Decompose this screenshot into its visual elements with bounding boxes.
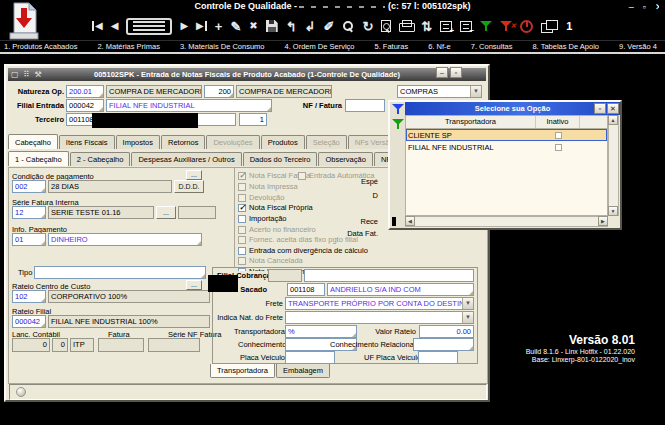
sort-button[interactable]: ⇅ bbox=[421, 20, 432, 33]
chevron-down-icon[interactable]: ▼ bbox=[470, 86, 481, 97]
frete-dropdown[interactable]: TRANSPORTE PRÓPRIO POR CONTA DO DESTINAT… bbox=[285, 297, 474, 310]
tab-retornos[interactable]: Retornos bbox=[161, 135, 205, 149]
natureza-op-code2-field[interactable]: 200 bbox=[204, 85, 234, 98]
tab-itens-fiscais[interactable]: Itens Fiscais bbox=[59, 135, 115, 149]
menu-consultas[interactable]: 7. Consultas bbox=[471, 42, 513, 51]
serie-fatura-code-field[interactable]: 12 bbox=[12, 206, 46, 219]
monitors-icon[interactable] bbox=[541, 20, 558, 33]
indica-nat-frete-label: Indica Nat. do Frete bbox=[216, 313, 283, 322]
scroll-up-icon[interactable]: ▲ bbox=[608, 115, 618, 125]
rateio-cc-ellipsis-button[interactable]: ... bbox=[186, 280, 202, 290]
next-record-button[interactable]: ▶ bbox=[180, 21, 188, 31]
exit-button[interactable] bbox=[520, 20, 533, 33]
subtab-2-cabecalho[interactable]: 2 - Cabeçalho bbox=[70, 152, 131, 166]
tab-cabecalho[interactable]: Cabeçalho bbox=[8, 134, 58, 149]
popup-horizontal-scrollbar[interactable]: ◀ ▶ bbox=[405, 216, 608, 227]
scroll-right-icon[interactable]: ▶ bbox=[598, 216, 608, 226]
filter-green-icon[interactable] bbox=[480, 21, 492, 32]
sacado-desc-field[interactable]: ANDRIELLO S/A IND COM bbox=[327, 283, 474, 296]
valor-rateio-field[interactable]: 0.00 bbox=[419, 325, 474, 338]
filter-clear-icon[interactable]: ✕ bbox=[500, 21, 512, 32]
chevron-down-icon[interactable]: ▼ bbox=[462, 298, 473, 309]
bottom-tab-transportadora[interactable]: Transportadora bbox=[210, 364, 275, 378]
nf-fatura-field[interactable] bbox=[345, 99, 385, 112]
filial-cobranca-desc-field[interactable] bbox=[304, 269, 474, 282]
ddd-button[interactable]: D.D.D. bbox=[174, 180, 204, 193]
brush-button[interactable]: ✐ bbox=[324, 20, 335, 33]
undo-button[interactable]: ↰ bbox=[286, 20, 297, 33]
grupo-compras-value: COMPRAS bbox=[398, 86, 470, 97]
add-row-button[interactable]: + bbox=[440, 21, 452, 32]
popup-close-button[interactable]: ✕ bbox=[607, 103, 619, 114]
info-pagamento-desc-field[interactable]: DINHEIRO bbox=[48, 233, 202, 246]
tab-produtos[interactable]: Produtos bbox=[261, 135, 305, 149]
popup-maximize-button[interactable]: ▫ bbox=[594, 103, 606, 114]
placa-veiculo-field[interactable] bbox=[285, 351, 335, 364]
checkbox-nota-fiscal-propria[interactable]: Nota Fiscal Própria bbox=[238, 203, 313, 212]
list-item-filial-nfe[interactable]: FILIAL NFE INDUSTRIAL bbox=[406, 141, 607, 153]
refresh-button[interactable]: ↻ bbox=[362, 20, 373, 33]
subtab-1-cabecalho[interactable]: 1 - Cabeçalho bbox=[8, 151, 69, 166]
filial-entrada-code-field[interactable]: 000042 bbox=[66, 99, 104, 112]
subtab-dados-terceiro[interactable]: Dados do Terceiro bbox=[243, 152, 318, 166]
form-minimize-button[interactable]: – bbox=[436, 67, 448, 78]
menu-tabelas-apoio[interactable]: 8. Tabelas De Apoio bbox=[532, 42, 599, 51]
natureza-op-code-field[interactable]: 200.01 bbox=[66, 85, 104, 98]
checkbox-divergencia-calculo[interactable]: Entrada com divergência de cálculo bbox=[238, 246, 368, 255]
first-record-button[interactable]: ◀ bbox=[92, 21, 103, 31]
rateio-cc-code-field[interactable]: 102 bbox=[12, 290, 46, 303]
subtab-despesas[interactable]: Despesas Auxiliares / Outros bbox=[131, 152, 241, 166]
popup-col-inativo[interactable]: Inativo bbox=[536, 116, 580, 128]
inativo-checkbox[interactable] bbox=[536, 144, 580, 151]
scroll-left-icon[interactable]: ◀ bbox=[405, 216, 415, 226]
condicao-ellipsis-button[interactable]: ... bbox=[186, 170, 202, 180]
confirm-button[interactable]: ↲ bbox=[305, 20, 316, 33]
menu-produtos-acabados[interactable]: 1. Produtos Acabados bbox=[4, 42, 77, 51]
preview-icon[interactable] bbox=[381, 20, 391, 32]
close-button[interactable]: ✕ bbox=[655, 2, 659, 12]
search-icon[interactable] bbox=[342, 20, 354, 32]
list-item-cliente-sp[interactable]: CLIENTE SP bbox=[406, 129, 607, 141]
maximize-button[interactable]: ▫ bbox=[643, 2, 646, 12]
menu-nfe[interactable]: 6. Nf-e bbox=[428, 42, 451, 51]
print-button[interactable] bbox=[399, 20, 413, 33]
filter-green-icon[interactable] bbox=[392, 119, 404, 130]
chevron-down-icon[interactable]: ▼ bbox=[462, 312, 473, 323]
menu-materiais-consumo[interactable]: 3. Materiais De Consumo bbox=[180, 42, 265, 51]
remove-row-button[interactable]: − bbox=[460, 21, 472, 32]
serie-ellipsis-button[interactable]: ... bbox=[156, 206, 176, 219]
popup-vertical-scrollbar[interactable]: ▲ ▼ bbox=[608, 115, 619, 216]
minimize-button[interactable]: – bbox=[629, 2, 634, 12]
sacado-code-field[interactable]: 001108 bbox=[287, 283, 325, 296]
grupo-compras-dropdown[interactable]: COMPRAS ▼ bbox=[397, 85, 482, 98]
popup-col-transportadora[interactable]: Transportadora bbox=[406, 116, 536, 128]
subtab-observacao[interactable]: Observação bbox=[318, 152, 372, 166]
bottom-tab-embalagem[interactable]: Embalagem bbox=[276, 364, 330, 378]
menu-faturas[interactable]: 5. Faturas bbox=[375, 42, 409, 51]
add-record-button[interactable]: + bbox=[215, 20, 223, 33]
filial-entrada-desc-field[interactable]: FILIAL NFE INDUSTRIAL bbox=[106, 99, 272, 112]
scroll-down-icon[interactable]: ▼ bbox=[608, 206, 618, 216]
save-button[interactable] bbox=[266, 20, 278, 32]
tipo-field[interactable] bbox=[34, 266, 206, 279]
terceiro-seq-field[interactable]: 1 bbox=[239, 113, 267, 126]
checkbox-importacao[interactable]: Importação bbox=[238, 214, 287, 223]
menu-versao4[interactable]: 9. Versão 4 bbox=[619, 42, 657, 51]
edit-record-button[interactable]: ✎ bbox=[230, 20, 241, 33]
rateio-filial-code-field[interactable]: 000042 bbox=[12, 315, 46, 328]
inativo-checkbox[interactable] bbox=[536, 132, 580, 139]
indica-nat-frete-dropdown[interactable]: ▼ bbox=[285, 311, 474, 324]
form-maximize-button[interactable]: ▫ bbox=[450, 67, 462, 78]
info-pagamento-code-field[interactable]: 01 bbox=[12, 233, 46, 246]
last-record-button[interactable]: ▶ bbox=[196, 21, 207, 31]
menu-ordem-servico[interactable]: 4. Ordem De Serviço bbox=[285, 42, 355, 51]
menu-materias-primas[interactable]: 2. Matérias Primas bbox=[97, 42, 160, 51]
conhecimento-relacionado-field[interactable] bbox=[413, 338, 474, 351]
tab-impostos[interactable]: Impostos bbox=[116, 135, 160, 149]
condicao-code-field[interactable]: 002 bbox=[12, 180, 46, 193]
uf-placa-veiculo-field[interactable] bbox=[418, 351, 458, 364]
filter-blue-icon[interactable] bbox=[392, 104, 404, 115]
prev-record-button[interactable]: ◀ bbox=[111, 21, 119, 31]
delete-record-button[interactable]: ✖ bbox=[249, 21, 257, 31]
transportadora-field[interactable]: % bbox=[285, 325, 357, 338]
